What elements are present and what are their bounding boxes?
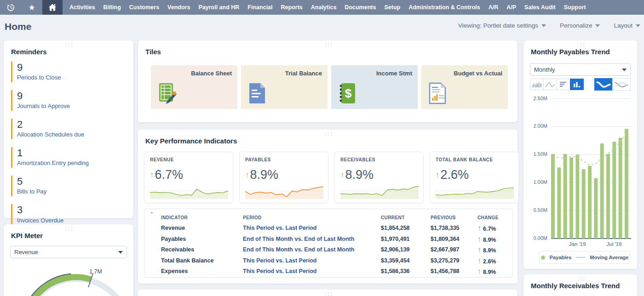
chevron-down-icon [622, 68, 627, 71]
y-tick-label: 0.50M [527, 207, 547, 213]
drag-handle[interactable] [577, 43, 584, 47]
drag-handle[interactable] [65, 43, 72, 47]
column-header-period: PERIOD [243, 212, 381, 223]
drag-handle[interactable] [65, 227, 72, 231]
y-tick-label: 2.50M [527, 96, 547, 101]
nav-item-documents[interactable]: Documents [340, 0, 380, 15]
current-cell: $1,854,258 [381, 223, 431, 234]
favorites-star-icon[interactable]: ★ [21, 0, 42, 15]
reminder-bills-to-pay[interactable]: 5Bills to Pay [11, 176, 127, 196]
nav-item-a-p[interactable]: A/P [502, 0, 520, 15]
arrow-up-icon: ↑ [477, 235, 482, 244]
kpi-sparkline [150, 182, 228, 199]
kpi-meter-select[interactable]: Revenue [10, 246, 127, 258]
kpi-card-receivables[interactable]: RECEIVABLES↑8.9% [334, 152, 424, 203]
indicator-link[interactable]: Payables [161, 234, 243, 245]
indicator-link[interactable]: Total Bank Balance [161, 256, 243, 267]
tile-label: Balance Sheet [191, 70, 232, 77]
nav-item-payroll-and-hr[interactable]: Payroll and HR [194, 0, 243, 15]
drag-handle[interactable] [577, 277, 584, 281]
kpi-card-revenue[interactable]: REVENUE↑6.7% [144, 152, 233, 203]
reminder-invoices-overdue[interactable]: 3Invoices Overdue [11, 204, 127, 225]
column-header-change: CHANGE [477, 212, 511, 223]
nav-item-analytics[interactable]: Analytics [307, 0, 341, 15]
reminder-count: 5 [17, 176, 127, 187]
tile-label: Trial Balance [285, 70, 322, 77]
layout-menu[interactable]: Layout [614, 22, 640, 29]
change-cell: ↑ 2.6% [477, 256, 511, 267]
reminder-label: Invoices Overdue [17, 217, 127, 224]
reminder-amortization-entry-pending[interactable]: 1Amortization Entry pending [11, 147, 127, 168]
change-value: 6.7% [482, 226, 496, 232]
row-spacer [144, 266, 161, 277]
x-tick-jan: Jan '19 [567, 241, 587, 247]
reminder-allocation-schedules-due[interactable]: 2Allocation Schedules due [11, 119, 127, 139]
vbar-chart-icon[interactable] [570, 79, 584, 90]
reminder-journals-to-approve[interactable]: 9Journals to Approve [11, 90, 127, 111]
nav-item-support[interactable]: Support [560, 0, 590, 15]
personalize-menu[interactable]: Personalize [560, 22, 600, 29]
tile-trial-balance[interactable]: Trial Balance [241, 65, 328, 109]
home-icon [48, 3, 57, 12]
change-cell: ↑ 6.7% [477, 223, 511, 234]
hbar-chart-icon[interactable] [557, 79, 570, 90]
kpi-card-label: REVENUE [150, 157, 227, 162]
previous-cell: $1,809,364 [431, 234, 477, 245]
drag-handle[interactable] [324, 132, 332, 136]
indicator-link[interactable]: Revenue [161, 223, 243, 234]
change-cell: ↑ 8.9% [477, 266, 511, 277]
nav-item-reports[interactable]: Reports [277, 0, 307, 15]
y-tick-label: 1.00M [527, 179, 547, 185]
change-value: 8.9% [482, 269, 496, 275]
history-icon[interactable] [0, 0, 21, 15]
kpi-card-label: RECEIVABLES [340, 157, 418, 162]
y-tick-label: 1.50M [527, 151, 547, 157]
line-chart-icon[interactable] [543, 79, 557, 90]
nav-item-a-r[interactable]: A/R [484, 0, 503, 15]
nav-item-vendors[interactable]: Vendors [163, 0, 194, 15]
kpi-card-total-bank-balance[interactable]: TOTAL BANK BALANCE↑2.6% [430, 152, 519, 203]
nav-item-financial[interactable]: Financial [243, 0, 276, 15]
reminder-count: 1 [17, 148, 127, 158]
row-spacer [144, 223, 161, 234]
trend-range-select[interactable]: Monthly [530, 63, 631, 76]
trend-curve-filled-icon[interactable] [594, 78, 613, 91]
reminder-label: Amortization Entry pending [17, 159, 127, 166]
period-cell: This Period vs. Last Period [243, 266, 381, 277]
kpi-sparkline [436, 182, 514, 199]
area-chart-icon[interactable] [530, 79, 544, 90]
kpi-card-payables[interactable]: PAYABLES↑8.9% [239, 152, 328, 203]
nav-item-administration-controls[interactable]: Administration & Controls [404, 0, 484, 15]
gauge-target-label: 1.7M [89, 268, 102, 275]
arrow-up-icon: ↑ [150, 171, 154, 180]
tile-label: Income Stmt [376, 70, 412, 77]
nav-item-setup[interactable]: Setup [380, 0, 404, 15]
indicator-link[interactable]: Expenses [161, 266, 243, 277]
current-cell: $1,970,491 [381, 234, 431, 245]
trend-curve-outline-icon[interactable] [612, 78, 631, 91]
arrow-up-icon: ↑ [436, 171, 440, 180]
balance-sheet-icon [157, 82, 178, 104]
period-cell: End of This Month vs. End of Last Month [243, 234, 381, 245]
viewing-settings-menu[interactable]: Viewing: Portlet date settings [458, 22, 546, 29]
period-cell: This Period vs. Last Period [243, 256, 381, 267]
lower-portlet [138, 290, 518, 296]
indicator-link[interactable]: Receivables [161, 245, 243, 256]
home-tab[interactable] [42, 0, 63, 15]
period-cell: This Period vs. Last Period [243, 223, 381, 234]
nav-item-sales-audit[interactable]: Sales Audit [520, 0, 560, 15]
reminder-label: Periods to Close [17, 74, 127, 81]
tile-balance-sheet[interactable]: Balance Sheet [151, 65, 237, 109]
reminder-count: 9 [17, 91, 127, 101]
nav-item-customers[interactable]: Customers [125, 0, 163, 15]
header-actions: Viewing: Portlet date settings Personali… [458, 22, 640, 29]
drag-handle[interactable] [324, 292, 332, 296]
tile-budget-vs-actual[interactable]: Budget vs Actual [421, 65, 508, 109]
filter-caret-icon[interactable] [144, 212, 161, 223]
reminder-periods-to-close[interactable]: 9Periods to Close [11, 62, 127, 82]
nav-item-activities[interactable]: Activities [65, 0, 99, 15]
tile-income-stmt[interactable]: Income Stmt$ [331, 65, 418, 109]
kpi-title: Key Performance Indicators [145, 137, 237, 145]
nav-item-billing[interactable]: Billing [99, 0, 125, 15]
drag-handle[interactable] [324, 43, 332, 47]
